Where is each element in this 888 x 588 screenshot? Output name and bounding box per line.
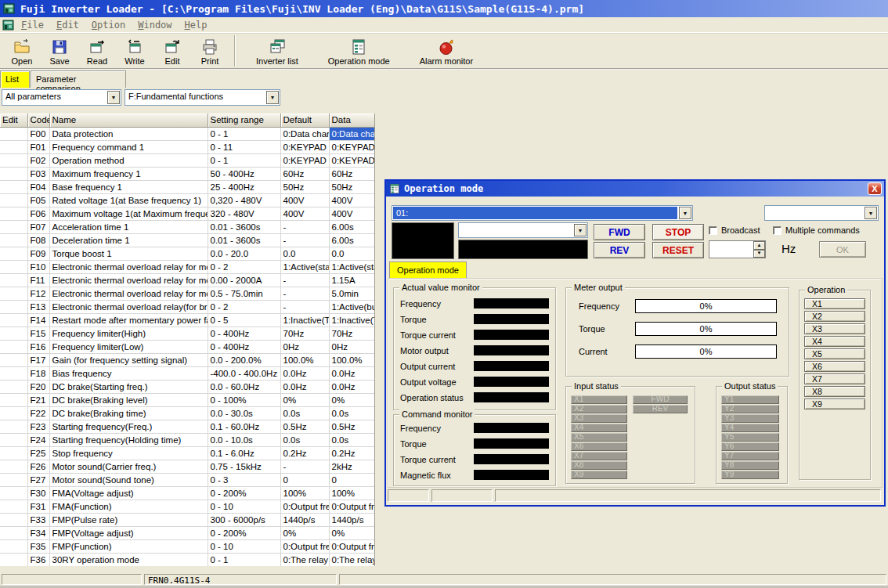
- cell-code[interactable]: F00: [27, 127, 49, 140]
- cell-data[interactable]: 400V: [329, 207, 374, 220]
- cell-setting-range[interactable]: 0.0 - 20.0: [208, 247, 280, 260]
- inverter-select[interactable]: 01: ▼: [392, 205, 693, 221]
- cell-code[interactable]: F21: [27, 393, 49, 406]
- tab-parameter-comparison[interactable]: Parameter comparison: [31, 70, 126, 88]
- cell-code[interactable]: F34: [27, 526, 49, 539]
- menu-file[interactable]: File: [15, 18, 50, 32]
- cell-edit[interactable]: [0, 500, 27, 513]
- read-button[interactable]: Read: [78, 34, 116, 67]
- arrow-up-icon[interactable]: ▲: [753, 241, 765, 250]
- cell-default[interactable]: 0:KEYPAD: [280, 140, 329, 153]
- cell-name[interactable]: Rated voltage 1(at Base frequency 1): [49, 193, 208, 207]
- multiple-commands-checkbox[interactable]: Multiple commands: [773, 225, 860, 235]
- cell-name[interactable]: DC brake(Braking time): [49, 406, 208, 420]
- cell-code[interactable]: F13: [27, 300, 49, 313]
- cell-name[interactable]: Maximum voltage 1(at Maximum frequenc: [49, 207, 208, 220]
- monitor-item-select[interactable]: ▼: [458, 222, 588, 238]
- cell-name[interactable]: FMP(Voltage adjust): [49, 526, 208, 539]
- cell-default[interactable]: 1:Inactive(Tr: [280, 313, 329, 326]
- cell-data[interactable]: 0.0s: [329, 433, 374, 446]
- cell-setting-range[interactable]: 0 - 10: [208, 500, 280, 513]
- cell-edit[interactable]: [0, 353, 27, 366]
- frequency-stepper[interactable]: ▲ ▼: [709, 240, 766, 258]
- operation-terminal-button[interactable]: X5: [804, 348, 865, 359]
- cell-code[interactable]: F15: [27, 326, 49, 340]
- cell-default[interactable]: 0:KEYPAD c: [280, 153, 329, 167]
- cell-code[interactable]: F26: [27, 460, 49, 473]
- cell-setting-range[interactable]: 0.1 - 60.0Hz: [208, 420, 280, 433]
- cell-setting-range[interactable]: 0.0 - 60.0Hz: [208, 380, 280, 393]
- cell-default[interactable]: 50Hz: [280, 180, 329, 193]
- cell-data[interactable]: 2kHz: [329, 460, 374, 473]
- cell-name[interactable]: FMP(Function): [49, 539, 208, 553]
- cell-default[interactable]: 100.0%: [280, 353, 329, 366]
- cell-code[interactable]: F36: [27, 553, 49, 566]
- cell-setting-range[interactable]: 25 - 400Hz: [208, 180, 280, 193]
- operation-terminal-button[interactable]: X6: [804, 361, 865, 372]
- cell-setting-range[interactable]: 0 - 2: [208, 300, 280, 313]
- cell-setting-range[interactable]: 0 - 11: [208, 140, 280, 153]
- cell-edit[interactable]: [0, 127, 27, 140]
- cell-code[interactable]: F05: [27, 193, 49, 207]
- cell-code[interactable]: F14: [27, 313, 49, 326]
- cell-default[interactable]: 0: [280, 473, 329, 486]
- cell-default[interactable]: 0Hz: [280, 340, 329, 353]
- cell-edit[interactable]: [0, 473, 27, 486]
- cell-code[interactable]: F18: [27, 366, 49, 380]
- menu-help[interactable]: Help: [179, 18, 214, 32]
- open-button[interactable]: Open: [3, 34, 41, 67]
- operation-terminal-button[interactable]: X7: [804, 373, 865, 384]
- cell-setting-range[interactable]: 0 - 1: [208, 127, 280, 140]
- cell-code[interactable]: F09: [27, 247, 49, 260]
- cell-default[interactable]: 0:Data chan: [280, 127, 329, 140]
- cell-name[interactable]: Base frequency 1: [49, 180, 208, 193]
- cell-setting-range[interactable]: 0 - 5: [208, 313, 280, 326]
- cell-default[interactable]: 0%: [280, 393, 329, 406]
- cell-name[interactable]: Torque boost 1: [49, 247, 208, 260]
- header-data[interactable]: Data: [329, 114, 374, 127]
- cell-edit[interactable]: [0, 340, 27, 353]
- cell-edit[interactable]: [0, 180, 27, 193]
- cell-edit[interactable]: [0, 260, 27, 273]
- close-icon[interactable]: X: [868, 182, 882, 195]
- cell-default[interactable]: -: [280, 460, 329, 473]
- cell-name[interactable]: Frequency limiter(Low): [49, 340, 208, 353]
- cell-name[interactable]: Bias frequency: [49, 366, 208, 380]
- cell-setting-range[interactable]: -400.0 - 400.0Hz: [208, 366, 280, 380]
- cell-data[interactable]: 50Hz: [329, 180, 374, 193]
- cell-default[interactable]: 0.0Hz: [280, 380, 329, 393]
- cell-code[interactable]: F31: [27, 500, 49, 513]
- cell-code[interactable]: F24: [27, 433, 49, 446]
- cell-default[interactable]: 0.0s: [280, 433, 329, 446]
- cell-code[interactable]: F08: [27, 233, 49, 247]
- chevron-down-icon[interactable]: ▼: [865, 207, 877, 219]
- secondary-select[interactable]: ▼: [764, 205, 879, 221]
- cell-name[interactable]: Acceleration time 1: [49, 220, 208, 233]
- chevron-down-icon[interactable]: ▼: [266, 91, 279, 104]
- header-name[interactable]: Name: [49, 114, 208, 127]
- function-category-select[interactable]: F:Fundamental functions ▼: [125, 89, 280, 106]
- cell-edit[interactable]: [0, 220, 27, 233]
- cell-data[interactable]: 0:KEYPAD: [329, 140, 374, 153]
- cell-default[interactable]: -: [280, 273, 329, 287]
- cell-edit[interactable]: [0, 207, 27, 220]
- ok-button[interactable]: OK: [819, 241, 866, 258]
- cell-default[interactable]: 100%: [280, 486, 329, 500]
- cell-data[interactable]: 0%: [329, 393, 374, 406]
- cell-edit[interactable]: [0, 233, 27, 247]
- cell-edit[interactable]: [0, 420, 27, 433]
- cell-name[interactable]: FMA(Function): [49, 500, 208, 513]
- cell-edit[interactable]: [0, 247, 27, 260]
- cell-data[interactable]: 0.0: [329, 247, 374, 260]
- cell-edit[interactable]: [0, 486, 27, 500]
- cell-code[interactable]: F12: [27, 287, 49, 300]
- cell-data[interactable]: 0: [329, 473, 374, 486]
- cell-data[interactable]: 0:The relay: [329, 553, 374, 566]
- cell-data[interactable]: 0:Output fre: [329, 500, 374, 513]
- cell-name[interactable]: Starting frequency(Freq.): [49, 420, 208, 433]
- checkbox-icon[interactable]: [709, 226, 717, 235]
- chevron-down-icon[interactable]: ▼: [574, 224, 587, 236]
- cell-default[interactable]: 0.2Hz: [280, 446, 329, 460]
- save-button[interactable]: Save: [41, 34, 78, 67]
- cell-data[interactable]: 0:Output fre: [329, 539, 374, 553]
